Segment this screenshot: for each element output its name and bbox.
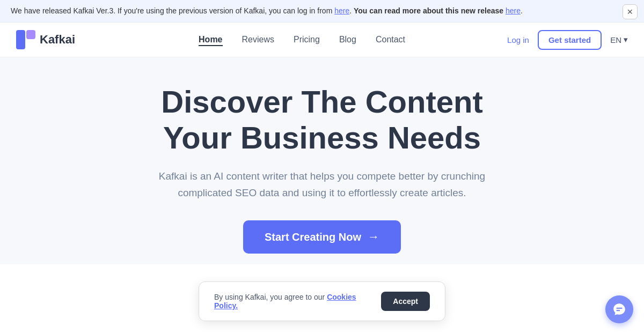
hero-subtext: Kafkai is an AI content writer that help… xyxy=(140,168,504,201)
close-icon: ✕ xyxy=(627,8,633,16)
nav-pricing[interactable]: Pricing xyxy=(294,35,320,44)
nav-reviews[interactable]: Reviews xyxy=(242,35,274,44)
chat-icon xyxy=(612,302,626,316)
start-creating-button[interactable]: Start Creating Now → xyxy=(243,220,401,254)
announcement-bar: We have released Kafkai Ver.3. If you're… xyxy=(0,0,644,23)
nav-contact[interactable]: Contact xyxy=(376,35,405,44)
cta-label: Start Creating Now xyxy=(265,231,361,243)
chat-support-button[interactable] xyxy=(605,295,633,323)
cookie-banner: By using Kafkai, you agree to our Cookie… xyxy=(199,281,445,321)
nav-home[interactable]: Home xyxy=(199,35,222,46)
hero-section: Discover The Content Your Business Needs… xyxy=(0,57,644,264)
svg-rect-0 xyxy=(16,30,25,49)
logo-icon xyxy=(16,30,35,49)
hero-headline: Discover The Content Your Business Needs xyxy=(161,84,482,155)
get-started-button[interactable]: Get started xyxy=(538,30,602,50)
lang-label: EN xyxy=(610,35,621,44)
navigation: Kafkai Home Reviews Pricing Blog Contact… xyxy=(0,23,644,57)
announcement-link-1[interactable]: here xyxy=(334,6,349,15)
svg-rect-1 xyxy=(26,30,35,39)
logo[interactable]: Kafkai xyxy=(16,30,75,49)
announcement-link-2[interactable]: here xyxy=(506,6,521,15)
nav-links: Home Reviews Pricing Blog Contact xyxy=(97,35,507,44)
nav-blog[interactable]: Blog xyxy=(339,35,356,44)
language-selector[interactable]: EN ▾ xyxy=(610,35,628,44)
login-button[interactable]: Log in xyxy=(507,35,529,44)
close-announcement-button[interactable]: ✕ xyxy=(623,4,638,19)
arrow-icon: → xyxy=(368,230,379,244)
chevron-down-icon: ▾ xyxy=(624,35,628,44)
cookie-text: By using Kafkai, you agree to our Cookie… xyxy=(214,293,368,310)
nav-right: Log in Get started EN ▾ xyxy=(507,30,628,50)
announcement-text: We have released Kafkai Ver.3. If you're… xyxy=(11,6,523,15)
logo-text: Kafkai xyxy=(40,33,75,47)
accept-cookie-button[interactable]: Accept xyxy=(381,292,430,311)
